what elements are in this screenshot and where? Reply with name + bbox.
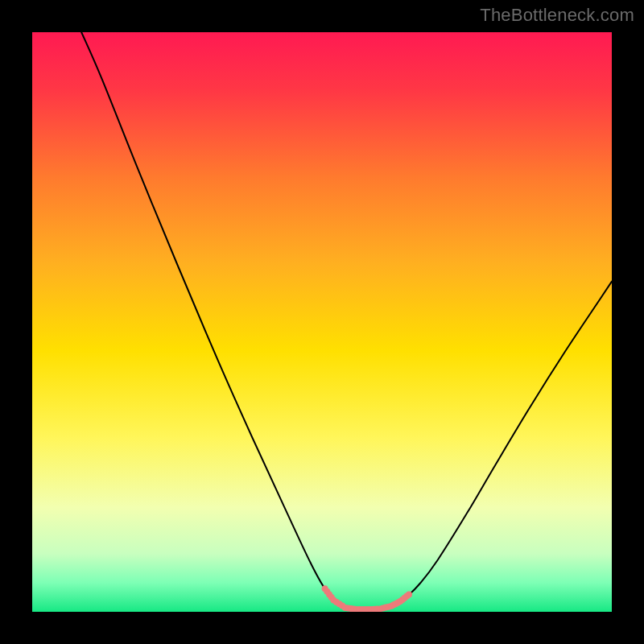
attribution-label: TheBottleneck.com: [480, 5, 634, 26]
chart-svg: [32, 32, 612, 612]
highlight-dot: [406, 591, 412, 597]
plot-area: [32, 32, 612, 612]
gradient-background: [32, 32, 612, 612]
chart-frame: TheBottleneck.com: [0, 0, 644, 644]
